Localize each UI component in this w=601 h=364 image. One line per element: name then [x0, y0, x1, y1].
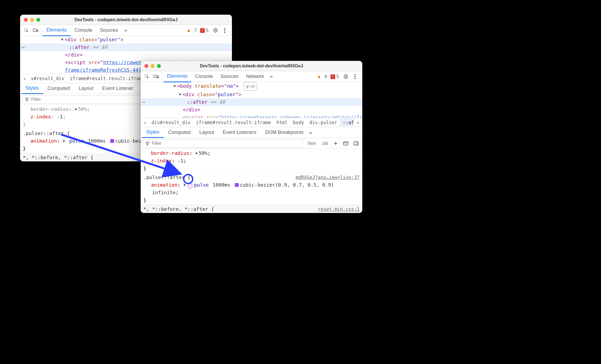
subtab-listeners[interactable]: Event Listener — [98, 83, 138, 94]
expand-icon[interactable] — [196, 152, 198, 155]
computed-toggle-icon[interactable] — [342, 141, 350, 146]
settings-icon[interactable] — [211, 25, 220, 36]
crumb-item[interactable]: iframe#result.result-iframe — [67, 75, 147, 82]
styles-subtabs: Styles Computed Layout Event Listeners D… — [141, 127, 362, 138]
titlebar[interactable]: DevTools - codepen.io/web-dot-dev/live/m… — [141, 61, 362, 71]
inspect-icon[interactable] — [22, 25, 31, 36]
crumb-item[interactable]: div.pulser — [307, 119, 340, 126]
subtab-styles[interactable]: Styles — [21, 83, 43, 94]
bezier-swatch-icon[interactable] — [235, 183, 239, 187]
dom-node-after-pseudo[interactable]: ⋯ ::after == $0 — [141, 98, 362, 106]
svg-rect-14 — [344, 142, 348, 145]
devtools-window-front: DevTools - codepen.io/web-dot-dev/live/m… — [141, 61, 362, 213]
style-rule[interactable]: border-radius: 50%; z-index: -1; } — [141, 149, 362, 173]
device-icon[interactable] — [152, 71, 161, 82]
panel-tabs: Elements Console Sources Network » — [163, 71, 275, 82]
grid-badge[interactable]: grid — [243, 82, 257, 91]
tab-more[interactable]: » — [268, 71, 275, 82]
subtab-layout[interactable]: Layout — [74, 83, 98, 94]
ellipsis-icon[interactable]: ⋯ — [22, 43, 25, 51]
svg-point-5 — [224, 30, 225, 31]
style-source-link[interactable]: mdRXGeJ?ano…iew=live:37 — [296, 174, 360, 181]
chevron-down-icon[interactable] — [173, 85, 176, 87]
issue-badges[interactable]: ▲7 ! 5 — [187, 28, 209, 33]
hov-toggle[interactable]: :hov — [305, 140, 317, 147]
dom-node-body[interactable]: <body translate="no"> grid — [141, 82, 362, 91]
ellipsis-icon[interactable]: ⋯ — [142, 98, 146, 106]
tab-elements[interactable]: Elements — [163, 71, 191, 82]
titlebar[interactable]: DevTools - codepen.io/web-dot-dev/live/m… — [20, 15, 232, 25]
inspect-icon[interactable] — [142, 71, 152, 82]
kebab-icon[interactable] — [220, 25, 229, 36]
svg-rect-15 — [354, 142, 358, 145]
crumb-prev-icon[interactable]: ◂ — [20, 76, 28, 81]
subtab-computed[interactable]: Computed — [43, 83, 74, 94]
dom-node-div-pulser[interactable]: <div class="pulser"> — [20, 36, 232, 43]
expand-icon[interactable] — [63, 140, 65, 142]
styles-filter-row: :hov .cls — [141, 138, 362, 149]
crumb-item[interactable]: v#result_div — [28, 75, 67, 82]
warning-icon: ▲ — [317, 74, 322, 79]
subtab-dom-breakpoints[interactable]: DOM Breakpoints — [261, 127, 308, 138]
style-rule-pulser-after[interactable]: mdRXGeJ?ano…iew=live:37 .pulser::after {… — [141, 173, 362, 205]
filter-input[interactable] — [152, 141, 301, 146]
dom-node-div-close[interactable]: </div> — [20, 51, 232, 59]
subtab-more-icon[interactable]: » — [309, 130, 312, 136]
crumb-item[interactable]: iframe#result.result-iframe — [193, 119, 273, 126]
style-rule-universal[interactable]: reset.min.css:1 *, *::before, *::after {… — [141, 205, 362, 213]
dom-node-div-close[interactable]: </div> — [141, 106, 362, 114]
crumb-prev-icon[interactable]: ◂ — [141, 120, 149, 125]
error-count: 5 — [336, 74, 339, 79]
crumb-item[interactable]: div#result_div — [149, 119, 193, 126]
device-icon[interactable] — [31, 25, 40, 36]
svg-rect-9 — [158, 76, 159, 78]
warning-count: 6 — [325, 74, 327, 79]
subtab-listeners[interactable]: Event Listeners — [218, 127, 261, 138]
dom-node-after-pseudo[interactable]: ⋯ ::after == $0 — [20, 43, 232, 51]
tab-sources[interactable]: Sources — [217, 71, 242, 82]
breadcrumb[interactable]: ◂ div#result_div iframe#result.result-if… — [141, 118, 362, 127]
dom-tree[interactable]: <body translate="no"> grid <div class="p… — [141, 82, 362, 118]
svg-rect-8 — [154, 75, 157, 77]
tab-console[interactable]: Console — [71, 25, 96, 36]
svg-point-6 — [224, 32, 225, 33]
tab-network[interactable]: Network — [242, 71, 268, 82]
animation-swatch-icon[interactable] — [187, 183, 193, 189]
filter-input-box[interactable] — [143, 139, 303, 148]
crumb-item-active[interactable]: ::after — [340, 119, 354, 126]
settings-icon[interactable] — [341, 71, 350, 82]
chevron-down-icon[interactable] — [61, 39, 64, 41]
bezier-swatch-icon[interactable] — [110, 139, 114, 143]
main-toolbar: Elements Console Sources » ▲7 ! 5 — [20, 25, 232, 36]
subtab-computed[interactable]: Computed — [164, 127, 195, 138]
filter-icon — [25, 97, 29, 102]
crumb-item[interactable]: html — [274, 119, 290, 126]
cls-toggle[interactable]: .cls — [320, 140, 330, 147]
styles-pane[interactable]: border-radius: 50%; z-index: -1; } mdRXG… — [141, 149, 362, 213]
sidebar-toggle-icon[interactable] — [352, 141, 360, 146]
error-count: 5 — [206, 28, 209, 33]
tab-console[interactable]: Console — [191, 71, 217, 82]
subtab-styles[interactable]: Styles — [142, 127, 164, 138]
new-rule-icon[interactable] — [332, 141, 339, 146]
expand-icon[interactable] — [184, 184, 186, 186]
issue-badges[interactable]: ▲6 ! 5 — [317, 74, 339, 79]
crumb-next-icon[interactable]: ▸ — [354, 120, 362, 125]
subtab-layout[interactable]: Layout — [195, 127, 218, 138]
dom-node-div-pulser[interactable]: <div class="pulser"> — [141, 91, 362, 98]
svg-point-10 — [345, 76, 347, 77]
tab-elements[interactable]: Elements — [43, 25, 71, 36]
kebab-icon[interactable] — [350, 71, 360, 82]
tab-sources[interactable]: Sources — [96, 25, 122, 36]
svg-rect-1 — [33, 29, 36, 31]
error-icon: ! — [331, 74, 335, 79]
window-title: DevTools - codepen.io/web-dot-dev/live/m… — [20, 17, 232, 22]
svg-rect-2 — [37, 30, 38, 32]
style-source-link[interactable]: reset.min.css:1 — [318, 205, 360, 213]
dom-node-script-cut[interactable]: <script src="https://cpwebassets.codepen… — [141, 114, 362, 118]
crumb-item[interactable]: body — [290, 119, 307, 126]
chevron-down-icon[interactable] — [179, 94, 181, 96]
error-icon: ! — [200, 28, 205, 33]
svg-point-4 — [224, 28, 225, 29]
tab-more[interactable]: » — [122, 25, 130, 36]
